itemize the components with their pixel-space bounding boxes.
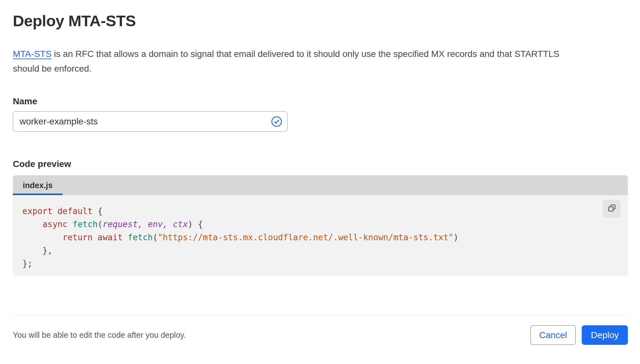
footer-note: You will be able to edit the code after … [13,330,186,340]
description-line1: is an RFC that allows a domain to signal… [52,49,559,59]
footer: You will be able to edit the code after … [13,325,628,345]
code-preview-label: Code preview [13,159,628,170]
name-input-wrap [13,111,288,132]
mta-sts-link[interactable]: MTA-STS [13,49,52,59]
code-lines: export default { async fetch(request, en… [22,205,599,270]
copy-icon [608,204,616,213]
cancel-button[interactable]: Cancel [531,325,576,345]
name-input[interactable] [13,111,288,132]
valid-check-icon [271,116,282,127]
code-preview-panel: index.js export default { async fetch(re… [13,175,628,276]
deploy-button[interactable]: Deploy [582,325,628,345]
footer-actions: Cancel Deploy [531,325,628,345]
code-tab-bar: index.js [13,175,628,195]
page-title: Deploy MTA-STS [13,12,628,30]
tab-indexjs-label: index.js [23,181,53,190]
deploy-mta-sts-page: Deploy MTA-STS MTA-STS is an RFC that al… [0,0,640,364]
copy-code-button[interactable] [603,200,621,218]
tab-indexjs[interactable]: index.js [13,175,62,195]
footer-divider [12,315,628,315]
description: MTA-STS is an RFC that allows a domain t… [13,47,628,76]
name-label: Name [13,96,628,107]
code-area: export default { async fetch(request, en… [13,195,628,276]
description-line2: should be enforced. [13,64,92,74]
